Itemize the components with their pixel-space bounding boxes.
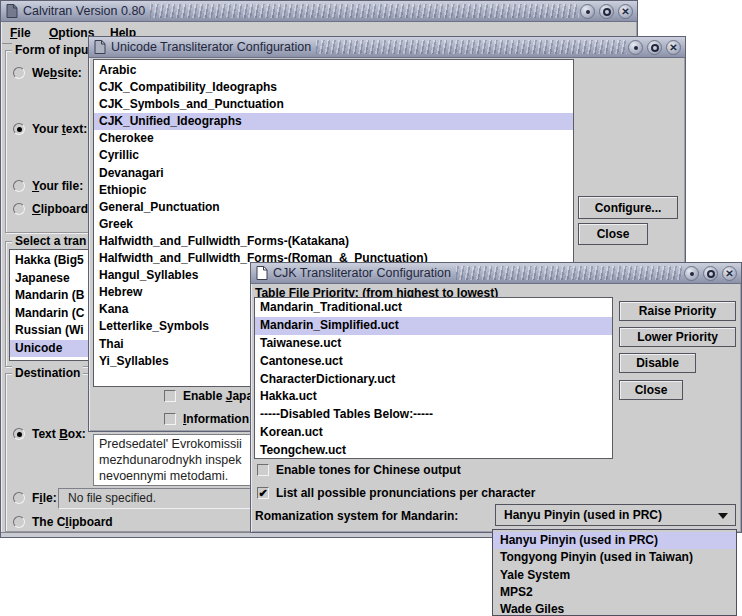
list-item[interactable]: Teongchew.uct	[255, 442, 612, 459]
radio-label: Your file:	[32, 179, 83, 193]
list-item[interactable]: Cyrillic	[94, 147, 573, 164]
romanization-combobox[interactable]: Hanyu Pinyin (used in PRC)	[495, 504, 736, 526]
radio-label: The Clipboard	[32, 515, 113, 529]
window-title: Unicode Transliterator Configuration	[111, 40, 311, 54]
list-item[interactable]: Devanagari	[94, 165, 573, 182]
romanization-label: Romanization system for Mandarin:	[255, 509, 458, 523]
minimize-button[interactable]	[628, 40, 643, 55]
close-button[interactable]: Close	[619, 380, 683, 400]
list-item[interactable]: Yale System	[493, 567, 736, 584]
checkbox-list-pronunciations[interactable]: ✔List all possible pronunciations per ch…	[257, 486, 535, 500]
radio-label: Your text:	[32, 122, 87, 136]
titlebar-stripes	[456, 266, 683, 280]
checkbox-box	[164, 413, 176, 425]
document-icon	[94, 40, 106, 54]
close-icon: ✕	[669, 43, 677, 53]
radio-your-file[interactable]: Your file:	[13, 179, 83, 193]
radio-label: Clipboard:	[32, 202, 92, 216]
list-item[interactable]: Cherokee	[94, 130, 573, 147]
radio-your-text[interactable]: Your text:	[13, 122, 87, 136]
maximize-icon	[651, 44, 659, 52]
minimize-icon	[634, 46, 638, 50]
radio-circle	[13, 67, 25, 79]
list-item[interactable]: Mandarin_Traditional.uct	[255, 299, 612, 317]
minimize-icon	[690, 272, 694, 276]
titlebar-stripes	[150, 4, 579, 18]
list-item[interactable]: Halfwidth_and_Fullwidth_Forms-(Katakana)	[94, 233, 573, 250]
window-title: CJK Transliterator Configuration	[273, 266, 451, 280]
maximize-button[interactable]	[647, 40, 662, 55]
document-icon	[256, 266, 268, 280]
radio-label: Website:	[32, 66, 82, 80]
minimize-icon	[586, 10, 590, 14]
close-button[interactable]: ✕	[618, 4, 633, 19]
list-item[interactable]: Taiwanese.uct	[255, 335, 612, 353]
radio-file[interactable]: File:	[13, 491, 57, 505]
configure-button[interactable]: Configure...	[578, 196, 678, 219]
close-icon: ✕	[725, 269, 733, 279]
checkbox-enable-tones[interactable]: Enable tones for Chinese output	[257, 463, 461, 477]
checkbox-information[interactable]: Information	[164, 412, 249, 426]
maximize-button[interactable]	[599, 4, 614, 19]
desktop: Calvitran Version 0.80 ✕ FileOptionsHelp…	[0, 0, 742, 616]
select-transliterator-title: Select a tran	[12, 234, 89, 248]
list-item[interactable]: CJK_Compatibility_Ideographs	[94, 79, 573, 96]
list-item[interactable]: Korean.uct	[255, 424, 612, 442]
list-item[interactable]: Arabic	[94, 62, 573, 79]
list-item[interactable]: Mandarin_Simplified.uct	[255, 317, 612, 335]
romanization-dropdown-popup[interactable]: Hanyu Pinyin (used in PRC)Tongyong Pinyi…	[492, 529, 737, 616]
combo-value: Hanyu Pinyin (used in PRC)	[504, 508, 662, 522]
menu-file[interactable]: File	[10, 26, 31, 40]
list-item[interactable]: MPS2	[493, 584, 736, 601]
list-item[interactable]: Tongyong Pinyin (used in Taiwan)	[493, 549, 736, 566]
checkbox-enable-japanese[interactable]: Enable Japa	[164, 389, 253, 403]
cjk-config-window: CJK Transliterator Configuration ✕ Table…	[250, 262, 742, 533]
close-icon: ✕	[621, 7, 629, 17]
table-priority-list[interactable]: Mandarin_Traditional.uctMandarin_Simplif…	[254, 297, 613, 459]
chevron-down-icon	[718, 513, 728, 519]
app-icon	[6, 4, 18, 18]
list-item[interactable]: Cantonese.uct	[255, 353, 612, 371]
list-item[interactable]: Ethiopic	[94, 182, 573, 199]
destination-title: Destination	[12, 366, 83, 380]
checkbox-box	[164, 390, 176, 402]
radio-circle	[13, 123, 25, 135]
radio-label: File:	[32, 491, 57, 505]
main-titlebar[interactable]: Calvitran Version 0.80 ✕	[1, 1, 637, 22]
checkbox-box: ✔	[257, 487, 269, 499]
minimize-button[interactable]	[684, 266, 699, 281]
list-item[interactable]: -----Disabled Tables Below:-----	[255, 406, 612, 424]
checkbox-label: Enable Japa	[183, 389, 253, 403]
radio-text-box[interactable]: Text Box:	[13, 427, 86, 441]
radio-circle	[13, 428, 25, 440]
form-of-input-title: Form of input	[12, 43, 95, 57]
radio-website[interactable]: Website:	[13, 66, 82, 80]
close-button[interactable]: Close	[578, 223, 648, 245]
radio-the-clipboard[interactable]: The Clipboard	[13, 515, 113, 529]
checkbox-label: Enable tones for Chinese output	[276, 463, 461, 477]
list-item[interactable]: CJK_Symbols_and_Punctuation	[94, 96, 573, 113]
checkbox-box	[257, 464, 269, 476]
list-item[interactable]: Wade Giles	[493, 601, 736, 616]
disable-button[interactable]: Disable	[619, 353, 696, 373]
unicode-titlebar[interactable]: Unicode Transliterator Configuration ✕	[89, 37, 685, 58]
lower-priority-button[interactable]: Lower Priority	[619, 327, 736, 347]
list-item[interactable]: General_Punctuation	[94, 199, 573, 216]
list-item[interactable]: Hanyu Pinyin (used in PRC)	[493, 532, 736, 549]
minimize-button[interactable]	[580, 4, 595, 19]
maximize-icon	[707, 270, 715, 278]
maximize-button[interactable]	[703, 266, 718, 281]
radio-circle	[13, 180, 25, 192]
close-button[interactable]: ✕	[666, 40, 681, 55]
list-item[interactable]: Greek	[94, 216, 573, 233]
list-item[interactable]: CharacterDictionary.uct	[255, 371, 612, 389]
radio-clipboard[interactable]: Clipboard:	[13, 202, 92, 216]
checkbox-label: Information	[183, 412, 249, 426]
list-item[interactable]: Hakka.uct	[255, 388, 612, 406]
list-item[interactable]: CJK_Unified_Ideographs	[94, 113, 573, 130]
maximize-icon	[603, 8, 611, 16]
close-button[interactable]: ✕	[722, 266, 737, 281]
radio-label: Text Box:	[32, 427, 86, 441]
cjk-titlebar[interactable]: CJK Transliterator Configuration ✕	[251, 263, 741, 284]
raise-priority-button[interactable]: Raise Priority	[619, 301, 736, 321]
